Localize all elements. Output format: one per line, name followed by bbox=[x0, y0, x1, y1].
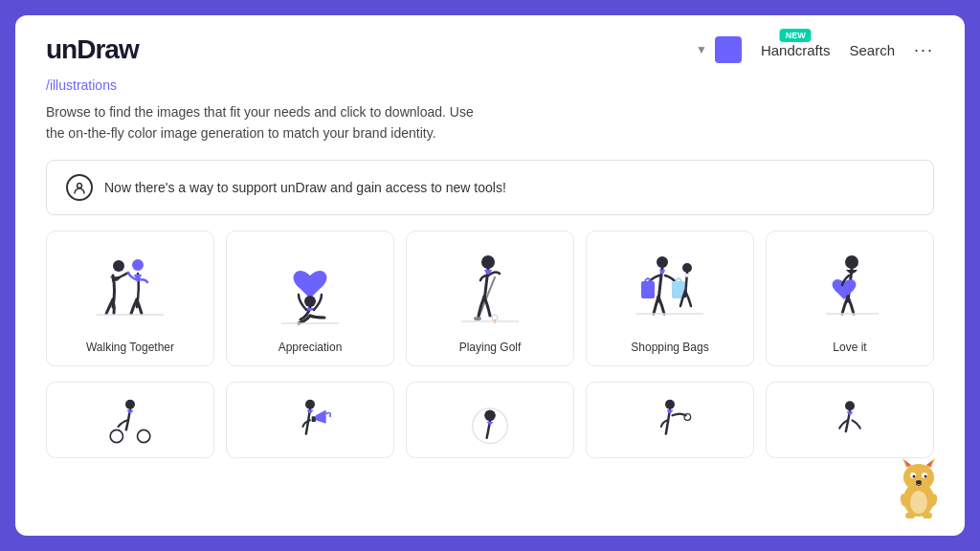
illustration-image bbox=[778, 247, 922, 333]
description-line2: the on-the-fly color image generation to… bbox=[46, 125, 436, 141]
illustration-label: Love it bbox=[833, 341, 866, 354]
illustration-image bbox=[598, 247, 742, 333]
svg-point-18 bbox=[125, 399, 135, 408]
svg-point-30 bbox=[903, 464, 934, 491]
svg-point-1 bbox=[113, 260, 124, 272]
color-swatch[interactable] bbox=[715, 36, 742, 63]
svg-rect-22 bbox=[312, 416, 316, 422]
svg-point-26 bbox=[684, 413, 691, 420]
support-text: Now there's a way to support unDraw and … bbox=[104, 180, 506, 195]
list-item[interactable] bbox=[46, 382, 214, 458]
color-picker-area[interactable]: ▼ bbox=[696, 36, 742, 63]
list-item[interactable]: Shopping Bags bbox=[586, 231, 754, 366]
support-banner[interactable]: Now there's a way to support unDraw and … bbox=[46, 160, 934, 215]
handcrafts-label: Handcrafts bbox=[761, 42, 831, 58]
list-item[interactable]: Walking Together bbox=[46, 231, 214, 366]
description-line1: Browse to find the images that fit your … bbox=[46, 104, 474, 120]
svg-point-4 bbox=[304, 296, 316, 307]
support-icon bbox=[66, 174, 93, 201]
list-item[interactable] bbox=[586, 382, 754, 458]
logo: unDraw bbox=[46, 34, 139, 65]
svg-point-0 bbox=[78, 183, 82, 187]
svg-point-27 bbox=[845, 401, 855, 410]
more-options-button[interactable]: ··· bbox=[914, 40, 934, 60]
svg-point-19 bbox=[110, 430, 122, 442]
svg-point-14 bbox=[682, 263, 692, 273]
svg-point-21 bbox=[305, 399, 315, 408]
list-item[interactable] bbox=[406, 382, 574, 458]
new-badge: NEW bbox=[780, 29, 812, 42]
illustrations-grid-row2 bbox=[15, 382, 965, 458]
svg-point-2 bbox=[132, 259, 144, 271]
svg-point-25 bbox=[665, 399, 675, 408]
search-button[interactable]: Search bbox=[849, 42, 895, 58]
header-right: ▼ NEW Handcrafts Search ··· bbox=[696, 36, 934, 63]
illustration-label: Appreciation bbox=[278, 341, 343, 354]
list-item[interactable] bbox=[766, 382, 934, 458]
svg-point-11 bbox=[657, 256, 668, 268]
fox-mascot bbox=[893, 456, 946, 518]
svg-rect-12 bbox=[641, 281, 655, 298]
svg-point-29 bbox=[910, 491, 927, 514]
chevron-down-icon: ▼ bbox=[696, 43, 707, 56]
svg-point-24 bbox=[484, 409, 496, 421]
svg-point-34 bbox=[924, 475, 927, 478]
illustration-image bbox=[58, 247, 202, 333]
svg-point-33 bbox=[913, 475, 916, 478]
list-item[interactable]: Playing Golf bbox=[406, 231, 574, 366]
illustration-image bbox=[238, 247, 382, 333]
svg-point-20 bbox=[138, 430, 150, 442]
illustrations-grid: Walking Together bbox=[15, 231, 965, 382]
illustration-label: Playing Golf bbox=[459, 341, 522, 354]
handcrafts-button[interactable]: NEW Handcrafts bbox=[761, 42, 831, 58]
breadcrumb-text: /illustrations bbox=[46, 77, 117, 93]
svg-point-6 bbox=[481, 255, 495, 269]
svg-point-7 bbox=[474, 317, 481, 320]
svg-point-35 bbox=[916, 480, 922, 484]
illustration-label: Walking Together bbox=[86, 341, 174, 354]
list-item[interactable] bbox=[226, 382, 394, 458]
list-item[interactable]: Appreciation bbox=[226, 231, 394, 366]
list-item[interactable]: Love it bbox=[766, 231, 934, 366]
illustration-image bbox=[418, 247, 562, 333]
breadcrumb: /illustrations bbox=[15, 65, 965, 98]
illustration-label: Shopping Bags bbox=[631, 341, 708, 354]
header: unDraw ▼ NEW Handcrafts Search ··· bbox=[15, 15, 965, 65]
description: Browse to find the images that fit your … bbox=[15, 98, 965, 160]
